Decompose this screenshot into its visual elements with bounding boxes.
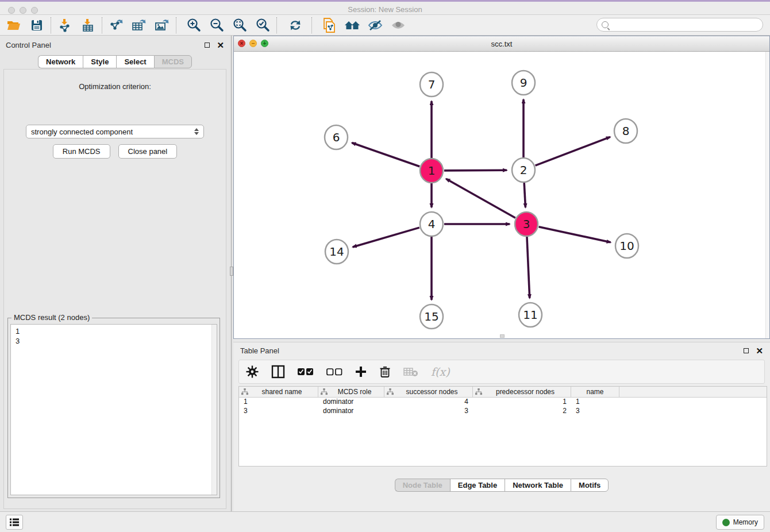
- tab-network-table[interactable]: Network Table: [505, 479, 571, 492]
- column-header-shared-name[interactable]: shared name: [239, 387, 318, 397]
- function-builder-icon-disabled: f(x): [431, 363, 450, 380]
- zoom-out-icon[interactable]: [205, 17, 228, 34]
- zoom-fit-icon[interactable]: [228, 17, 251, 34]
- mcds-result-area[interactable]: 1 3: [10, 324, 217, 495]
- column-header-label: successor nodes: [394, 388, 470, 396]
- tab-mcds[interactable]: MCDS: [154, 55, 192, 68]
- node-6[interactable]: 6: [325, 125, 348, 149]
- tab-edge-table[interactable]: Edge Table: [450, 479, 505, 492]
- tab-motifs[interactable]: Motifs: [571, 479, 609, 492]
- clone-network-icon[interactable]: [318, 17, 341, 34]
- show-all-eye-icon[interactable]: [387, 17, 410, 34]
- import-table-icon[interactable]: [76, 17, 99, 34]
- edge-3-10[interactable]: [538, 227, 610, 242]
- column-header-name[interactable]: name: [571, 387, 619, 397]
- home-ndex-icon[interactable]: [341, 17, 364, 34]
- column-header-predecessor-nodes[interactable]: predecessor nodes: [473, 387, 571, 397]
- svg-text:10: 10: [619, 239, 634, 253]
- select-all-checkboxes-icon[interactable]: [298, 363, 314, 380]
- edge-3-11[interactable]: [527, 237, 530, 298]
- window-titlebar: Session: New Session: [0, 0, 770, 15]
- node-10[interactable]: 10: [615, 234, 638, 258]
- cell-successor-nodes[interactable]: 3: [384, 407, 473, 416]
- edge-1-6[interactable]: [352, 143, 419, 167]
- cell-successor-nodes[interactable]: 4: [384, 398, 473, 407]
- edge-3-1[interactable]: [446, 179, 515, 218]
- tab-style[interactable]: Style: [83, 55, 116, 68]
- control-panel-close-icon[interactable]: ✕: [217, 41, 224, 49]
- tab-select[interactable]: Select: [116, 55, 153, 68]
- node-1[interactable]: 1: [420, 159, 443, 183]
- search-input[interactable]: [612, 21, 763, 29]
- node-9[interactable]: 9: [512, 71, 535, 95]
- node-15[interactable]: 15: [420, 304, 443, 329]
- zoom-selected-icon[interactable]: [251, 17, 274, 34]
- node-2[interactable]: 2: [512, 158, 535, 182]
- delete-column-trash-icon[interactable]: [379, 363, 391, 380]
- add-column-plus-icon[interactable]: [355, 363, 367, 380]
- save-session-icon[interactable]: [25, 17, 48, 34]
- export-image-icon[interactable]: [151, 17, 174, 34]
- node-3[interactable]: 3: [515, 212, 538, 236]
- toolbar-separator: [176, 17, 176, 33]
- search-box[interactable]: [596, 18, 763, 32]
- zoom-in-icon[interactable]: [182, 17, 205, 34]
- result-scrollbar[interactable]: [211, 325, 217, 495]
- show-panels-list-icon[interactable]: [6, 515, 23, 530]
- table-panel: Table Panel ✕ f(x) shared nameMCDS roles…: [233, 342, 770, 511]
- node-14[interactable]: 14: [325, 240, 348, 264]
- cell-mcds-role[interactable]: dominator: [318, 407, 384, 416]
- edge-4-14[interactable]: [353, 228, 419, 247]
- svg-text:1: 1: [428, 164, 436, 178]
- network-resize-grip[interactable]: [500, 334, 505, 338]
- node-7[interactable]: 7: [420, 72, 443, 97]
- node-4[interactable]: 4: [420, 212, 443, 236]
- network-titlebar[interactable]: × – + scc.txt: [234, 36, 769, 52]
- network-vertical-scrollbar[interactable]: [765, 52, 769, 338]
- main-toolbar: [0, 15, 770, 36]
- optimization-criterion-label: Optimization criterion:: [4, 82, 226, 91]
- cell-predecessor-nodes[interactable]: 2: [473, 407, 571, 416]
- node-8[interactable]: 8: [614, 119, 637, 143]
- cell-shared-name[interactable]: 1: [239, 398, 318, 407]
- optimization-criterion-select[interactable]: strongly connected component: [26, 125, 204, 138]
- control-panel-tabs: NetworkStyleSelectMCDS: [0, 55, 230, 68]
- table-panel-float-icon[interactable]: [744, 348, 749, 353]
- network-canvas[interactable]: 7968124314101511: [234, 52, 769, 338]
- refresh-layout-icon[interactable]: [284, 17, 307, 34]
- cell-name[interactable]: 3: [571, 407, 619, 416]
- table-panel-close-icon[interactable]: ✕: [756, 346, 763, 355]
- table-row[interactable]: 1dominator411: [239, 398, 767, 407]
- control-panel-float-icon[interactable]: [205, 43, 210, 48]
- cell-mcds-role[interactable]: dominator: [318, 398, 384, 407]
- close-panel-button[interactable]: Close panel: [118, 144, 178, 159]
- edge-1-2[interactable]: [444, 170, 507, 171]
- svg-text:6: 6: [333, 130, 340, 144]
- export-network-icon[interactable]: [105, 17, 128, 34]
- select-stepper-icon: [194, 128, 199, 135]
- open-session-icon[interactable]: [2, 17, 25, 34]
- export-table-icon[interactable]: [128, 17, 151, 34]
- memory-button[interactable]: Memory: [716, 515, 764, 530]
- column-header-label: MCDS role: [328, 388, 382, 396]
- cell-shared-name[interactable]: 3: [239, 407, 318, 416]
- cell-predecessor-nodes[interactable]: 1: [473, 398, 571, 407]
- hide-selected-eye-slash-icon[interactable]: [364, 17, 387, 34]
- edge-2-8[interactable]: [536, 137, 610, 165]
- import-network-icon[interactable]: [53, 17, 76, 34]
- svg-text:15: 15: [424, 310, 438, 323]
- run-mcds-button[interactable]: Run MCDS: [53, 144, 110, 159]
- table-settings-gear-icon[interactable]: [246, 363, 259, 380]
- mcds-panel: Optimization criterion: strongly connect…: [3, 69, 226, 509]
- tab-node-table[interactable]: Node Table: [395, 479, 450, 492]
- node-11[interactable]: 11: [519, 303, 542, 327]
- deselect-all-checkboxes-icon[interactable]: [326, 363, 342, 380]
- column-header-mcds-role[interactable]: MCDS role: [318, 387, 384, 397]
- tab-network[interactable]: Network: [38, 55, 83, 68]
- network-graph[interactable]: 7968124314101511: [234, 52, 769, 339]
- edge-2-3[interactable]: [524, 183, 525, 207]
- column-header-successor-nodes[interactable]: successor nodes: [384, 387, 473, 397]
- table-row[interactable]: 3dominator323: [239, 407, 767, 416]
- cell-name[interactable]: 1: [571, 398, 619, 407]
- column-selector-icon[interactable]: [271, 363, 285, 380]
